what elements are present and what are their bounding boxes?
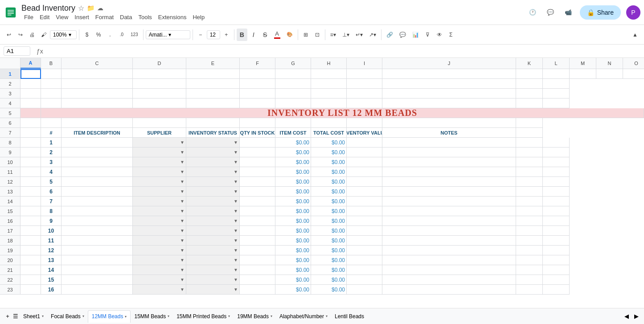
tab-next-button[interactable]: ▶ [632, 312, 640, 320]
cell-d2[interactable] [133, 79, 186, 89]
cell-j14[interactable] [382, 197, 516, 206]
font-size-input[interactable]: 12 [207, 30, 220, 39]
col-header-g[interactable]: G [275, 58, 311, 69]
cell-h2[interactable] [311, 79, 347, 89]
cell-j2[interactable] [382, 79, 516, 89]
menu-extensions[interactable]: Extensions [156, 13, 189, 21]
filter-button[interactable]: ⊽ [422, 29, 433, 41]
cell-f12[interactable] [240, 177, 275, 187]
cell-h21[interactable]: $0.00 [311, 265, 347, 275]
comment-icon[interactable]: 💬 [544, 6, 557, 19]
cell-a3[interactable] [21, 89, 41, 98]
cell-a6[interactable] [21, 118, 41, 128]
cell-e11-dropdown[interactable]: ▼ [186, 167, 240, 177]
cell-f19[interactable] [240, 246, 275, 255]
cell-k13[interactable] [516, 187, 543, 197]
cell-e1[interactable] [186, 69, 240, 79]
menu-file[interactable]: File [21, 13, 36, 21]
cell-k23[interactable] [516, 285, 543, 295]
cell-i19[interactable] [347, 246, 382, 255]
sheets-menu-button[interactable]: ☰ [12, 312, 20, 320]
cell-c9[interactable] [62, 148, 133, 157]
cell-a2[interactable] [21, 79, 41, 89]
cell-a11[interactable] [21, 167, 41, 177]
cell-d6[interactable] [133, 118, 186, 128]
cell-c3[interactable] [62, 89, 133, 98]
header-qty[interactable]: Qty In Stock [240, 128, 275, 138]
cell-i22[interactable] [347, 275, 382, 285]
cell-a21[interactable] [21, 265, 41, 275]
cell-i13[interactable] [347, 187, 382, 197]
cell-b14[interactable]: 7 [41, 197, 62, 206]
cell-k22[interactable] [516, 275, 543, 285]
cell-a8[interactable] [21, 138, 41, 148]
cell-h14[interactable]: $0.00 [311, 197, 347, 206]
cell-g18[interactable]: $0.00 [275, 236, 311, 246]
cell-a20[interactable] [21, 255, 41, 265]
col-header-j[interactable]: J [382, 58, 516, 69]
valign-button[interactable]: ⊥▾ [340, 29, 352, 41]
cell-g2[interactable] [275, 79, 311, 89]
row-num-18[interactable]: 18 [0, 236, 21, 246]
cell-l10[interactable] [543, 157, 570, 167]
cell-h12[interactable]: $0.00 [311, 177, 347, 187]
cell-c10[interactable] [62, 157, 133, 167]
cell-g11[interactable]: $0.00 [275, 167, 311, 177]
cell-h1[interactable] [311, 69, 347, 79]
status-dropdown-arrow-12[interactable]: ▼ [234, 179, 238, 184]
cell-l9[interactable] [543, 148, 570, 157]
cell-b19[interactable]: 12 [41, 246, 62, 255]
col-header-m[interactable]: M [570, 58, 596, 69]
cell-f20[interactable] [240, 255, 275, 265]
cell-d15-dropdown[interactable]: ▼ [133, 206, 186, 216]
cell-d22-dropdown[interactable]: ▼ [133, 275, 186, 285]
cell-l22[interactable] [543, 275, 570, 285]
cell-d23-dropdown[interactable]: ▼ [133, 285, 186, 295]
cell-b18[interactable]: 11 [41, 236, 62, 246]
cell-c20[interactable] [62, 255, 133, 265]
cell-i2[interactable] [347, 79, 382, 89]
row-num-11[interactable]: 11 [0, 167, 21, 177]
tab-19mm-beads[interactable]: 19MM Beads ▾ [234, 310, 276, 323]
cell-l13[interactable] [543, 187, 570, 197]
row-num-4[interactable]: 4 [0, 98, 21, 108]
cell-b17[interactable]: 10 [41, 226, 62, 236]
cell-f1[interactable] [240, 69, 275, 79]
cell-d8-dropdown[interactable]: ▼ [133, 138, 186, 148]
header-inventory-status[interactable]: Inventory Status [186, 128, 240, 138]
cell-g3[interactable] [275, 89, 311, 98]
cell-a22[interactable] [21, 275, 41, 285]
cell-d14-dropdown[interactable]: ▼ [133, 197, 186, 206]
cell-f15[interactable] [240, 206, 275, 216]
strikethrough-button[interactable]: S [260, 29, 271, 41]
supplier-dropdown-arrow-10[interactable]: ▼ [180, 160, 185, 164]
cell-k19[interactable] [516, 246, 543, 255]
cell-c19[interactable] [62, 246, 133, 255]
cell-i14[interactable] [347, 197, 382, 206]
cell-e2[interactable] [186, 79, 240, 89]
cell-e20-dropdown[interactable]: ▼ [186, 255, 240, 265]
cell-a13[interactable] [21, 187, 41, 197]
cell-c1[interactable] [62, 69, 133, 79]
cell-f18[interactable] [240, 236, 275, 246]
cell-c4[interactable] [62, 98, 133, 108]
cell-a1[interactable] [21, 69, 41, 79]
cell-h23[interactable]: $0.00 [311, 285, 347, 295]
status-dropdown-arrow-19[interactable]: ▼ [234, 248, 238, 253]
cell-e6[interactable] [186, 118, 240, 128]
cell-g23[interactable]: $0.00 [275, 285, 311, 295]
cell-e16-dropdown[interactable]: ▼ [186, 216, 240, 226]
cell-k4[interactable] [516, 98, 543, 108]
cell-e8-dropdown[interactable]: ▼ [186, 138, 240, 148]
folder-icon[interactable]: 📁 [87, 4, 94, 12]
cell-g8[interactable]: $0.00 [275, 138, 311, 148]
tab-lentil-beads[interactable]: Lentil Beads [331, 310, 368, 323]
supplier-dropdown-arrow-18[interactable]: ▼ [180, 238, 185, 243]
cell-h4[interactable] [311, 98, 347, 108]
cell-e9-dropdown[interactable]: ▼ [186, 148, 240, 157]
supplier-dropdown-arrow-8[interactable]: ▼ [180, 140, 185, 145]
cell-h11[interactable]: $0.00 [311, 167, 347, 177]
cell-b4[interactable] [41, 98, 62, 108]
cell-e17-dropdown[interactable]: ▼ [186, 226, 240, 236]
function-button[interactable]: Σ [446, 29, 456, 41]
